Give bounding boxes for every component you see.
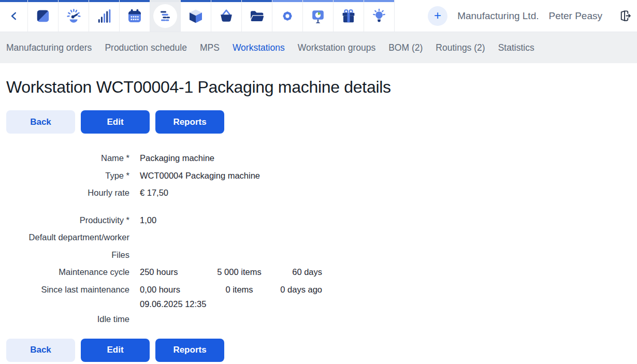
gauge-icon (65, 8, 82, 24)
cube-icon (187, 8, 204, 24)
field-maintenance-cycle: Maintenance cycle 250 hours 5 000 items … (6, 263, 631, 281)
presentation-pie-icon (310, 8, 326, 24)
statistics-tile[interactable] (89, 0, 120, 32)
field-label: Type * (6, 169, 129, 182)
lightbulb-icon (371, 8, 387, 24)
field-label: Maintenance cycle (6, 266, 129, 278)
field-files: Files (6, 246, 631, 264)
calendar-icon (126, 8, 143, 24)
reports-tile[interactable] (303, 0, 334, 32)
field-label: Name * (6, 152, 129, 164)
field-label: Idle time (6, 313, 129, 325)
user-name[interactable]: Peter Peasy (549, 10, 603, 22)
back-button[interactable] (0, 0, 28, 32)
field-since-last-maintenance: Since last maintenance 0,00 hours 0 item… (6, 281, 631, 298)
settings-tile[interactable] (272, 0, 303, 32)
tab-routings[interactable]: Routings (2) (436, 42, 485, 53)
edit-button[interactable]: Edit (81, 110, 150, 134)
folder-icon (249, 8, 265, 24)
logout-button[interactable] (618, 9, 632, 23)
tab-workstation-groups[interactable]: Workstation groups (298, 42, 375, 53)
tab-workstations[interactable]: Workstations (233, 42, 285, 53)
production-planning-tile[interactable] (150, 0, 181, 32)
field-label: Since last maintenance (6, 283, 129, 296)
field-idle-time: Idle time (6, 310, 631, 328)
tab-production-schedule[interactable]: Production schedule (105, 42, 187, 53)
chevron-left-icon (9, 11, 19, 21)
tab-mps[interactable]: MPS (200, 42, 220, 53)
field-name: Name * Packaging machine (6, 149, 631, 167)
gantt-schedule-icon (157, 8, 173, 24)
field-type: Type * WCT00004 Packaging machine (6, 167, 631, 184)
maintenance-cycle-values: 250 hours 5 000 items 60 days (140, 266, 322, 278)
header-right: + Manufacturing Ltd. Peter Peasy (428, 0, 637, 32)
since-last-maintenance-values: 0,00 hours 0 items 0 days ago (140, 283, 322, 296)
app-icon-bar (0, 0, 395, 32)
field-label: Default department/worker (6, 231, 129, 243)
field-label: Files (6, 249, 129, 261)
back-action-button[interactable]: Back (6, 110, 75, 134)
module-tabs: Manufacturing orders Production schedule… (0, 32, 637, 63)
field-value: 1,00 (140, 214, 156, 226)
main-content: Workstation WCT00004-1 Packaging machine… (0, 78, 637, 362)
tab-manufacturing-orders[interactable]: Manufacturing orders (6, 42, 92, 53)
edit-button[interactable]: Edit (81, 339, 150, 362)
field-default-department: Default department/worker (6, 228, 631, 246)
field-label: Productivity * (6, 214, 129, 226)
tab-statistics[interactable]: Statistics (498, 42, 534, 53)
help-tile[interactable] (364, 0, 395, 32)
field-value: WCT00004 Packaging machine (140, 169, 260, 182)
app-logo-icon (35, 8, 51, 24)
back-action-button[interactable]: Back (6, 339, 75, 362)
since-hours: 0,00 hours (140, 283, 208, 296)
procurement-tile[interactable] (211, 0, 242, 32)
maintenance-days: 60 days (270, 266, 322, 278)
app-header: + Manufacturing Ltd. Peter Peasy (0, 0, 637, 32)
field-value: Packaging machine (140, 152, 214, 164)
logout-icon (618, 9, 632, 23)
gear-icon (279, 8, 296, 24)
basket-icon (218, 8, 235, 24)
calendar-tile[interactable] (120, 0, 150, 32)
action-buttons-bottom: Back Edit Reports (6, 339, 631, 362)
bar-chart-icon (96, 8, 112, 24)
last-maintenance-date: 09.06.2025 12:35 (140, 298, 631, 310)
maintenance-items: 5 000 items (208, 266, 270, 278)
reports-button[interactable]: Reports (155, 110, 224, 134)
page-title: Workstation WCT00004-1 Packaging machine… (6, 78, 631, 97)
since-days: 0 days ago (270, 283, 322, 296)
tab-bom[interactable]: BOM (2) (388, 42, 423, 53)
reports-button[interactable]: Reports (155, 339, 224, 362)
field-value: € 17,50 (140, 186, 168, 199)
field-hourly-rate: Hourly rate € 17,50 (6, 184, 631, 201)
company-name[interactable]: Manufacturing Ltd. (457, 10, 539, 22)
workstation-details-form: Name * Packaging machine Type * WCT00004… (6, 149, 631, 328)
add-button[interactable]: + (428, 6, 447, 26)
since-items: 0 items (208, 283, 270, 296)
stock-tile[interactable] (181, 0, 211, 32)
field-productivity: Productivity * 1,00 (6, 211, 631, 229)
whats-new-tile[interactable] (334, 0, 364, 32)
dashboard-tile[interactable] (59, 0, 89, 32)
documents-tile[interactable] (242, 0, 272, 32)
active-tile-circle (153, 4, 177, 28)
gift-icon (340, 8, 357, 24)
field-label: Hourly rate (6, 186, 129, 199)
app-logo-tile[interactable] (28, 0, 59, 32)
action-buttons-top: Back Edit Reports (6, 110, 631, 134)
maintenance-hours: 250 hours (140, 266, 208, 278)
